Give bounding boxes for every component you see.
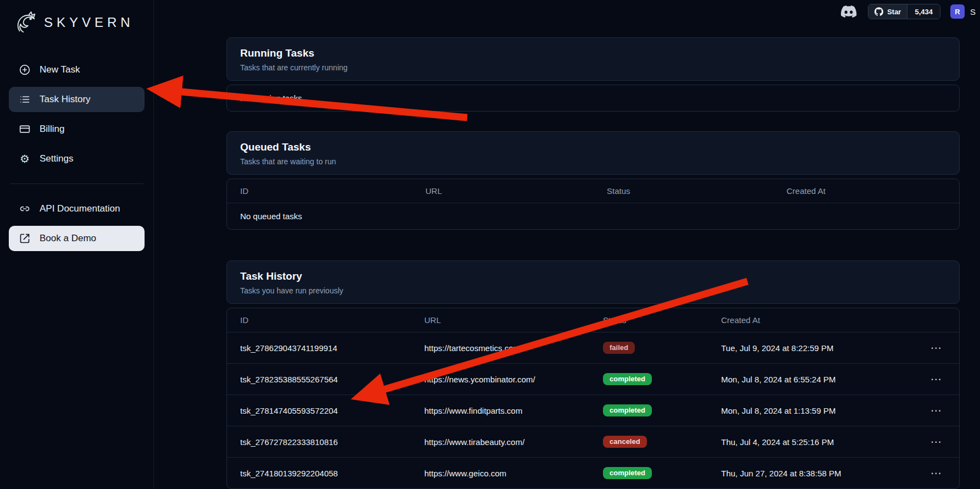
cell-created: Thu, Jul 4, 2024 at 5:25:16 PM bbox=[721, 437, 911, 447]
cell-created: Mon, Jul 8, 2024 at 1:13:59 PM bbox=[721, 406, 911, 415]
column-header-url: URL bbox=[424, 315, 603, 325]
primary-nav: New Task Task History Billing ⚙ Settings bbox=[9, 57, 145, 171]
section-title: Queued Tasks bbox=[240, 141, 946, 153]
task-history-table: ID URL Status Created At tsk_27862904374… bbox=[226, 308, 960, 489]
cell-id: tsk_276727822333810816 bbox=[240, 437, 424, 447]
sidebar-item-new-task[interactable]: New Task bbox=[9, 57, 145, 82]
row-actions-button[interactable]: ⋯ bbox=[926, 341, 946, 354]
sidebar-item-label: API Documentation bbox=[40, 203, 120, 214]
queued-tasks-table: ID URL Status Created At No queued tasks bbox=[226, 179, 960, 230]
content: Running Tasks Tasks that are currently r… bbox=[154, 23, 980, 489]
task-history-header: Task History Tasks you have run previous… bbox=[226, 260, 960, 304]
cell-created: Thu, Jun 27, 2024 at 8:38:58 PM bbox=[721, 469, 911, 478]
queued-table-header-row: ID URL Status Created At bbox=[227, 179, 959, 203]
gear-icon: ⚙ bbox=[19, 153, 31, 164]
sidebar-item-label: Book a Demo bbox=[40, 233, 96, 244]
cell-id: tsk_278235388555267564 bbox=[240, 375, 424, 384]
row-actions-button[interactable]: ⋯ bbox=[926, 435, 946, 448]
brand-logo-row[interactable]: SKYVERN bbox=[9, 8, 145, 38]
sidebar-item-billing[interactable]: Billing bbox=[9, 116, 145, 142]
sidebar: SKYVERN New Task Task History Billing bbox=[0, 0, 154, 489]
skyvern-dragon-logo-icon bbox=[13, 10, 38, 35]
github-star-widget[interactable]: Star 5,434 bbox=[868, 4, 940, 19]
user-name-truncated: S bbox=[970, 7, 976, 16]
task-history-section: Task History Tasks you have run previous… bbox=[226, 260, 960, 489]
cell-id: tsk_278629043741199914 bbox=[240, 343, 424, 353]
sidebar-divider bbox=[10, 184, 143, 184]
column-header-id: ID bbox=[240, 315, 424, 325]
column-header-id: ID bbox=[240, 186, 425, 196]
column-header-status: Status bbox=[607, 186, 787, 196]
section-subtitle: Tasks that are waiting to run bbox=[240, 157, 946, 166]
table-row[interactable]: tsk_274180139292204058 https://www.geico… bbox=[227, 458, 959, 488]
cell-id: tsk_278147405593572204 bbox=[240, 406, 424, 415]
cell-created: Tue, Jul 9, 2024 at 8:22:59 PM bbox=[721, 343, 911, 353]
section-title: Task History bbox=[240, 270, 946, 282]
user-avatar[interactable]: R bbox=[950, 4, 965, 19]
cell-url: https://www.tirabeauty.com/ bbox=[424, 437, 603, 447]
app-window: SKYVERN New Task Task History Billing bbox=[0, 0, 980, 489]
status-badge: completed bbox=[603, 373, 652, 385]
cell-url: https://www.finditparts.com bbox=[424, 406, 603, 415]
column-header-created-at: Created At bbox=[787, 186, 946, 196]
main-area: Star 5,434 R S Running Tasks Tasks that … bbox=[154, 0, 980, 489]
discord-icon[interactable] bbox=[840, 4, 858, 19]
history-table-header-row: ID URL Status Created At bbox=[227, 308, 959, 332]
history-table-body: tsk_278629043741199914 https://tartecosm… bbox=[227, 332, 959, 488]
status-badge: completed bbox=[603, 467, 652, 479]
row-actions-button[interactable]: ⋯ bbox=[926, 404, 946, 417]
plus-circle-icon bbox=[19, 64, 31, 75]
running-tasks-table: No running tasks bbox=[226, 85, 960, 112]
sidebar-item-settings[interactable]: ⚙ Settings bbox=[9, 146, 145, 171]
table-row[interactable]: tsk_276727822333810816 https://www.tirab… bbox=[227, 426, 959, 458]
cell-id: tsk_274180139292204058 bbox=[240, 469, 424, 478]
github-icon bbox=[874, 7, 883, 16]
github-star-button[interactable]: Star bbox=[868, 4, 907, 19]
table-row[interactable]: tsk_278147405593572204 https://www.findi… bbox=[227, 395, 959, 426]
topbar: Star 5,434 R S bbox=[154, 0, 980, 23]
sidebar-item-label: Task History bbox=[40, 94, 91, 105]
sidebar-item-label: Billing bbox=[40, 124, 64, 135]
github-star-count: 5,434 bbox=[907, 4, 940, 19]
cell-url: https://tartecosmetics.com bbox=[424, 343, 603, 353]
row-actions-button[interactable]: ⋯ bbox=[926, 466, 946, 480]
running-empty-state: No running tasks bbox=[227, 85, 959, 111]
sidebar-item-label: New Task bbox=[40, 64, 80, 75]
cell-url: https://www.geico.com bbox=[424, 469, 603, 478]
section-title: Running Tasks bbox=[240, 47, 946, 59]
list-icon bbox=[19, 94, 31, 105]
queued-tasks-header: Queued Tasks Tasks that are waiting to r… bbox=[226, 131, 960, 175]
sidebar-item-label: Settings bbox=[40, 153, 73, 164]
running-tasks-section: Running Tasks Tasks that are currently r… bbox=[226, 37, 960, 112]
table-row[interactable]: tsk_278235388555267564 https://news.ycom… bbox=[227, 364, 959, 395]
github-star-label: Star bbox=[887, 8, 901, 16]
cell-created: Mon, Jul 8, 2024 at 6:55:24 PM bbox=[721, 375, 911, 384]
sidebar-item-api-documentation[interactable]: API Documentation bbox=[9, 196, 145, 221]
book-a-demo-button[interactable]: Book a Demo bbox=[9, 226, 145, 251]
status-badge: canceled bbox=[603, 436, 647, 448]
cell-url: https://news.ycombinator.com/ bbox=[424, 375, 603, 384]
brand-name: SKYVERN bbox=[44, 15, 134, 30]
queued-tasks-section: Queued Tasks Tasks that are waiting to r… bbox=[226, 131, 960, 230]
sidebar-item-task-history[interactable]: Task History bbox=[9, 87, 145, 112]
link-icon bbox=[19, 203, 31, 214]
row-actions-button[interactable]: ⋯ bbox=[926, 373, 946, 386]
column-header-status: Status bbox=[603, 315, 721, 325]
external-link-icon bbox=[19, 233, 31, 244]
running-tasks-header: Running Tasks Tasks that are currently r… bbox=[226, 37, 960, 81]
section-subtitle: Tasks that are currently running bbox=[240, 63, 946, 72]
credit-card-icon bbox=[19, 124, 31, 135]
status-badge: failed bbox=[603, 342, 635, 354]
section-subtitle: Tasks you have run previously bbox=[240, 286, 946, 295]
column-header-url: URL bbox=[425, 186, 607, 196]
status-badge: completed bbox=[603, 404, 652, 416]
queued-empty-state: No queued tasks bbox=[227, 203, 959, 229]
table-row[interactable]: tsk_278629043741199914 https://tartecosm… bbox=[227, 332, 959, 364]
column-header-created-at: Created At bbox=[721, 315, 911, 325]
secondary-nav: API Documentation Book a Demo bbox=[9, 196, 145, 251]
